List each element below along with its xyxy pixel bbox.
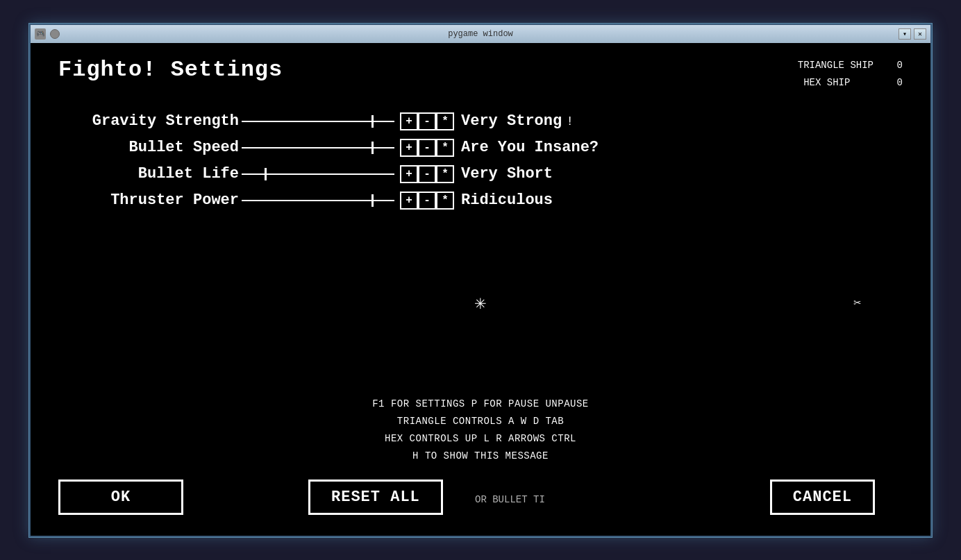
info-line-1: F1 FOR SETTINGS P FOR PAUSE UNPAUSE: [58, 396, 903, 413]
thruster-plus-button[interactable]: +: [400, 192, 418, 210]
bullet-speed-handle: [371, 142, 374, 154]
ok-button[interactable]: OK: [58, 480, 183, 515]
main-title: Fighto! Settings: [58, 57, 283, 83]
bullet-life-slider[interactable]: [242, 173, 394, 175]
close-button[interactable]: ✕: [914, 28, 926, 40]
gravity-minus-button[interactable]: -: [418, 112, 436, 130]
gravity-value: Very Strong: [461, 112, 562, 130]
window-title: pygame window: [31, 29, 930, 39]
app-icon: 🎮: [35, 28, 46, 40]
gravity-plus-button[interactable]: +: [400, 112, 418, 130]
hex-ship-value: 0: [897, 77, 903, 88]
info-line-3: HEX CONTROLS UP L R ARROWS CTRL: [58, 430, 903, 448]
info-line-2: TRIANGLE CONTROLS A W D TAB: [58, 413, 903, 430]
bullet-life-row: Bullet Life + - * Very Short: [58, 165, 903, 183]
gravity-modified: !: [566, 114, 574, 128]
title-bar-left: 🎮: [35, 28, 60, 40]
bullet-speed-slider[interactable]: [242, 147, 394, 149]
reset-all-button[interactable]: RESET ALL: [308, 480, 443, 515]
gravity-strength-row: Gravity Strength + - * Very Strong !: [58, 112, 903, 130]
cancel-button[interactable]: CANCEL: [770, 480, 875, 515]
info-line-4: H TO SHOW THIS MESSAGE: [58, 448, 903, 465]
scissors-icon: ✂: [853, 295, 861, 310]
bullet-life-label: Bullet Life: [58, 165, 239, 183]
score-section: TRIANGLE SHIP 0 HEX SHIP 0: [798, 57, 903, 92]
bottom-buttons: OK RESET ALL OR BULLET TI CANCEL: [58, 480, 903, 515]
bullet-life-asterisk-button[interactable]: *: [436, 165, 454, 183]
info-text-section: F1 FOR SETTINGS P FOR PAUSE UNPAUSE TRIA…: [58, 396, 903, 466]
bullet-life-plus-button[interactable]: +: [400, 165, 418, 183]
thruster-asterisk-button[interactable]: *: [436, 192, 454, 210]
bullet-speed-asterisk-button[interactable]: *: [436, 139, 454, 157]
minimize-button[interactable]: ▾: [899, 28, 911, 40]
thruster-minus-button[interactable]: -: [418, 192, 436, 210]
close-dot: [50, 29, 60, 39]
header-row: Fighto! Settings TRIANGLE SHIP 0 HEX SHI…: [58, 57, 903, 92]
bullet-speed-value: Are You Insane?: [461, 139, 599, 156]
thruster-power-label: Thruster Power: [58, 192, 239, 209]
settings-rows: Gravity Strength + - * Very Strong ! Bul…: [58, 112, 903, 210]
thruster-controls: + - *: [400, 192, 454, 210]
center-asterisk: ✳: [475, 291, 487, 314]
game-area: Fighto! Settings TRIANGLE SHIP 0 HEX SHI…: [31, 43, 930, 536]
bullet-speed-row: Bullet Speed + - * Are You Insane?: [58, 139, 903, 157]
bullet-speed-minus-button[interactable]: -: [418, 139, 436, 157]
thruster-power-slider[interactable]: [242, 200, 394, 201]
hex-ship-label: HEX SHIP: [803, 77, 850, 88]
title-bar-right: ▾ ✕: [899, 28, 926, 40]
bullet-life-handle: [265, 168, 267, 180]
bullet-life-minus-button[interactable]: -: [418, 165, 436, 183]
thruster-power-row: Thruster Power + - * Ridiculous: [58, 192, 903, 210]
bullet-life-controls: + - *: [400, 165, 454, 183]
overlap-text: OR BULLET TI: [475, 494, 545, 505]
bullet-speed-plus-button[interactable]: +: [400, 139, 418, 157]
center-area: ✳ ✂: [58, 210, 903, 396]
bullet-life-value: Very Short: [461, 165, 553, 183]
thruster-handle: [371, 194, 374, 207]
bullet-speed-label: Bullet Speed: [58, 139, 239, 156]
gravity-asterisk-button[interactable]: *: [436, 112, 454, 130]
triangle-ship-value: 0: [897, 60, 903, 71]
thruster-value: Ridiculous: [461, 192, 553, 209]
gravity-strength-slider[interactable]: [242, 121, 394, 122]
triangle-ship-label: TRIANGLE SHIP: [798, 60, 874, 71]
bullet-speed-controls: + - *: [400, 139, 454, 157]
window-frame: 🎮 pygame window ▾ ✕ Fighto! Settings TRI…: [29, 24, 932, 537]
triangle-ship-score: TRIANGLE SHIP 0: [798, 57, 903, 74]
gravity-handle: [371, 115, 374, 128]
gravity-strength-label: Gravity Strength: [58, 112, 239, 130]
gravity-controls: + - *: [400, 112, 454, 130]
title-bar: 🎮 pygame window ▾ ✕: [31, 25, 930, 43]
hex-ship-score: HEX SHIP 0: [798, 74, 903, 92]
